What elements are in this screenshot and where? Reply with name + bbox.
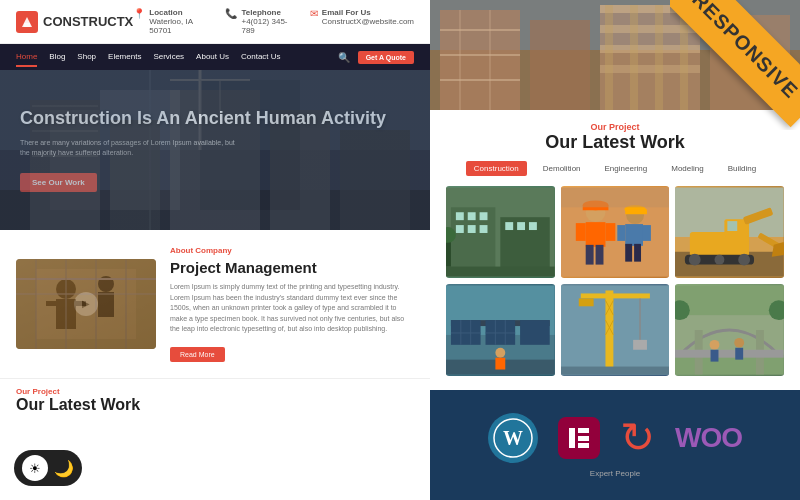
site-logo: CONSTRUCTX xyxy=(16,11,133,33)
svg-rect-81 xyxy=(561,188,670,208)
portfolio-title: Our Latest Work xyxy=(446,132,784,153)
svg-rect-131 xyxy=(736,348,744,360)
email-label: Email For Us xyxy=(322,8,414,17)
svg-point-93 xyxy=(739,254,751,266)
nav-right: 🔍 Get A Quote xyxy=(338,51,414,64)
portfolio-item-3[interactable] xyxy=(675,186,784,278)
svg-rect-54 xyxy=(456,225,464,233)
svg-rect-13 xyxy=(32,130,98,132)
svg-rect-55 xyxy=(468,225,476,233)
svg-rect-20 xyxy=(71,301,86,306)
svg-rect-127 xyxy=(675,350,784,358)
svg-rect-12 xyxy=(32,105,98,107)
svg-rect-8 xyxy=(340,130,410,230)
svg-rect-70 xyxy=(605,223,615,241)
portfolio-item-6[interactable] xyxy=(675,284,784,376)
filter-demolition[interactable]: Demolition xyxy=(535,161,589,176)
nav-contact[interactable]: Contact Us xyxy=(241,48,281,67)
nav-links: Home Blog Shop Elements Services About U… xyxy=(16,48,281,67)
svg-rect-31 xyxy=(440,10,520,110)
sun-icon: ☀ xyxy=(29,461,41,476)
search-icon[interactable]: 🔍 xyxy=(338,52,350,63)
filter-construction[interactable]: Construction xyxy=(466,161,527,176)
header-location: 📍 Location Waterloo, IA 50701 xyxy=(133,8,211,35)
woocommerce-logo: WOO xyxy=(675,422,742,454)
portfolio-item-5[interactable] xyxy=(561,284,670,376)
portfolio-item-4[interactable] xyxy=(446,284,555,376)
telephone-label: Telephone xyxy=(241,8,295,17)
get-quote-button[interactable]: Get A Quote xyxy=(358,51,414,64)
left-panel: CONSTRUCTX 📍 Location Waterloo, IA 50701… xyxy=(0,0,430,500)
svg-rect-139 xyxy=(578,436,589,441)
svg-text:W: W xyxy=(503,427,523,449)
location-icon: 📍 xyxy=(133,8,145,19)
svg-rect-116 xyxy=(633,340,647,350)
sun-toggle[interactable]: ☀ xyxy=(22,455,48,481)
svg-rect-57 xyxy=(505,222,513,230)
about-cta-button[interactable]: Read More xyxy=(170,347,225,362)
woo-text: WOO xyxy=(675,422,742,454)
nav-elements[interactable]: Elements xyxy=(108,48,141,67)
svg-rect-77 xyxy=(617,225,625,241)
header-telephone: 📞 Telephone +4(012) 345-789 xyxy=(225,8,295,35)
svg-rect-72 xyxy=(595,245,603,265)
site-header: CONSTRUCTX 📍 Location Waterloo, IA 50701… xyxy=(0,0,430,44)
svg-rect-137 xyxy=(569,428,575,448)
svg-rect-6 xyxy=(170,90,260,230)
about-image: ▶ xyxy=(16,259,156,349)
nav-shop[interactable]: Shop xyxy=(77,48,96,67)
expert-label: Expert People xyxy=(590,469,640,478)
wordpress-logo: W xyxy=(488,413,538,463)
nav-blog[interactable]: Blog xyxy=(49,48,65,67)
svg-point-94 xyxy=(715,255,725,265)
nav-services[interactable]: Services xyxy=(153,48,184,67)
svg-rect-4 xyxy=(30,100,100,230)
svg-point-128 xyxy=(710,340,720,350)
svg-rect-46 xyxy=(655,5,663,110)
hero-section: Construction Is An Ancient Human Activit… xyxy=(0,70,430,230)
location-value: Waterloo, IA 50701 xyxy=(149,17,211,35)
svg-rect-124 xyxy=(675,315,784,355)
about-title: Project Management xyxy=(170,259,414,276)
portfolio-item-1[interactable] xyxy=(446,186,555,278)
svg-rect-51 xyxy=(456,212,464,220)
elementor-icon xyxy=(558,417,600,459)
svg-rect-5 xyxy=(110,120,160,230)
svg-rect-75 xyxy=(625,209,647,214)
phone-icon: 📞 xyxy=(225,8,237,19)
svg-rect-114 xyxy=(578,298,593,306)
svg-rect-0 xyxy=(24,23,30,27)
filter-modeling[interactable]: Modeling xyxy=(663,161,711,176)
portfolio-item-2[interactable] xyxy=(561,186,670,278)
svg-rect-58 xyxy=(517,222,525,230)
svg-rect-14 xyxy=(32,155,98,157)
svg-rect-45 xyxy=(630,5,638,110)
dark-mode-toggle[interactable]: ☀ 🌙 xyxy=(14,450,82,486)
filter-engineering[interactable]: Engineering xyxy=(597,161,656,176)
svg-rect-68 xyxy=(585,222,605,247)
right-panel: RESPONSIVE Our Project Our Latest Work C… xyxy=(430,0,800,500)
svg-rect-59 xyxy=(529,222,537,230)
refresh-icon: ↻ xyxy=(620,417,655,459)
svg-rect-44 xyxy=(605,5,613,110)
elementor-logo xyxy=(558,417,600,459)
svg-rect-78 xyxy=(643,225,651,241)
telephone-value: +4(012) 345-789 xyxy=(241,17,295,35)
svg-point-92 xyxy=(689,254,701,266)
svg-rect-111 xyxy=(561,286,670,375)
responsive-badge: RESPONSIVE xyxy=(670,0,800,130)
nav-home[interactable]: Home xyxy=(16,48,37,67)
svg-rect-140 xyxy=(578,443,589,448)
svg-rect-52 xyxy=(468,212,476,220)
latest-work-title: Our Latest Work xyxy=(16,396,414,414)
portfolio-filters: Construction Demolition Engineering Mode… xyxy=(446,161,784,176)
email-icon: ✉ xyxy=(310,8,318,19)
header-email: ✉ Email For Us ConstructX@website.com xyxy=(310,8,414,35)
svg-rect-79 xyxy=(625,244,632,262)
nav-about[interactable]: About Us xyxy=(196,48,229,67)
svg-point-108 xyxy=(495,348,505,358)
svg-rect-69 xyxy=(575,223,585,241)
filter-building[interactable]: Building xyxy=(720,161,764,176)
svg-rect-129 xyxy=(711,350,719,362)
header-info: 📍 Location Waterloo, IA 50701 📞 Telephon… xyxy=(133,8,414,35)
